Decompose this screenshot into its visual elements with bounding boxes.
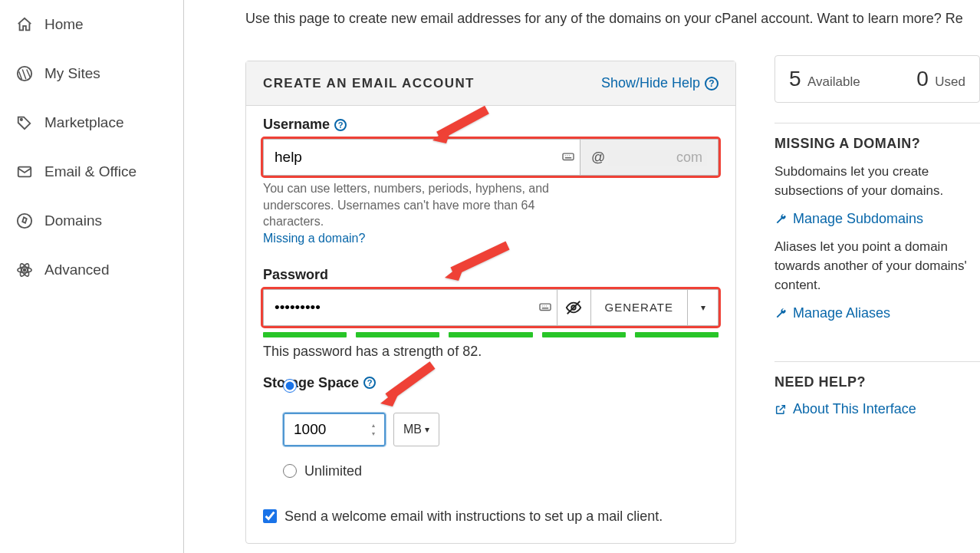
about-interface-link[interactable]: About This Interface	[774, 401, 980, 417]
create-email-panel: CREATE AN EMAIL ACCOUNT Show/Hide Help ?…	[245, 61, 736, 544]
tag-icon	[15, 114, 34, 132]
keyboard-icon	[557, 140, 580, 175]
missing-domain-link[interactable]: Missing a domain?	[263, 232, 719, 245]
alias-desc: Aliases let you point a domain towards a…	[774, 238, 980, 295]
svg-point-1	[21, 119, 22, 120]
sidebar-item-marketplace[interactable]: Marketplace	[0, 98, 183, 147]
help-icon[interactable]: ?	[363, 377, 376, 389]
storage-amount-input[interactable]	[283, 413, 386, 446]
help-icon[interactable]: ?	[334, 119, 347, 131]
username-label: Username ?	[263, 117, 719, 133]
home-icon	[15, 15, 34, 34]
storage-unlimited-radio[interactable]	[283, 464, 297, 478]
compass-icon	[15, 212, 34, 230]
welcome-email-label: Send a welcome email with instructions t…	[284, 507, 663, 526]
sidebar-item-label: Email & Office	[44, 163, 136, 180]
wordpress-icon	[15, 64, 34, 83]
storage-label: Storage Space ?	[263, 375, 719, 391]
sidebar-item-label: My Sites	[44, 65, 100, 82]
sidebar: Home My Sites Marketplace Email & Office…	[0, 0, 184, 553]
sidebar-item-label: Home	[44, 16, 84, 33]
sidebar-item-label: Advanced	[44, 262, 110, 278]
generate-options-dropdown[interactable]: ▾	[687, 290, 718, 325]
svg-point-3	[18, 214, 31, 228]
sidebar-item-home[interactable]: Home	[0, 0, 183, 49]
missing-domain-head: MISSING A DOMAIN?	[774, 136, 980, 152]
keyboard-icon	[534, 290, 557, 325]
svg-rect-9	[540, 304, 551, 310]
domain-select[interactable]: @ com	[580, 140, 718, 175]
manage-subdomains-link[interactable]: Manage Subdomains	[774, 211, 980, 227]
generate-password-button[interactable]: GENERATE	[590, 290, 687, 325]
username-field-group: @ com	[263, 139, 719, 176]
sidebar-item-domains[interactable]: Domains	[0, 196, 183, 245]
sidebar-item-label: Marketplace	[44, 114, 124, 131]
sidebar-item-mysites[interactable]: My Sites	[0, 49, 183, 98]
password-input[interactable]	[264, 290, 534, 325]
toggle-visibility-button[interactable]	[557, 290, 590, 325]
password-label: Password	[263, 267, 719, 283]
storage-custom-radio[interactable]	[283, 379, 297, 393]
need-help-head: NEED HELP?	[774, 374, 980, 390]
svg-point-7	[24, 269, 26, 272]
username-input[interactable]	[264, 140, 557, 175]
subdomain-desc: Subdomains let you create subsections of…	[774, 163, 980, 200]
welcome-email-checkbox[interactable]	[263, 509, 277, 523]
password-field-group: GENERATE ▾	[263, 289, 719, 326]
username-hint: You can use letters, numbers, periods, h…	[263, 180, 570, 230]
storage-unit-select[interactable]: MB▾	[393, 413, 439, 446]
sidebar-item-label: Domains	[44, 212, 102, 229]
email-stats: 5 Available 0 Used	[774, 55, 980, 103]
help-icon: ?	[705, 77, 719, 91]
mail-icon	[15, 163, 34, 181]
password-strength-meter	[263, 332, 719, 337]
unlimited-label: Unlimited	[304, 463, 362, 479]
intro-text: Use this page to create new email addres…	[245, 11, 736, 27]
sidebar-item-advanced[interactable]: Advanced	[0, 245, 183, 295]
sidebar-item-email[interactable]: Email & Office	[0, 147, 183, 196]
show-hide-help-link[interactable]: Show/Hide Help ?	[601, 75, 719, 91]
panel-title: CREATE AN EMAIL ACCOUNT	[263, 76, 475, 91]
manage-aliases-link[interactable]: Manage Aliases	[774, 305, 980, 321]
atom-icon	[15, 261, 34, 279]
spinner-icon[interactable]: ▴▾	[372, 416, 381, 443]
password-strength-text: This password has a strength of 82.	[263, 344, 719, 360]
svg-rect-8	[563, 153, 574, 160]
